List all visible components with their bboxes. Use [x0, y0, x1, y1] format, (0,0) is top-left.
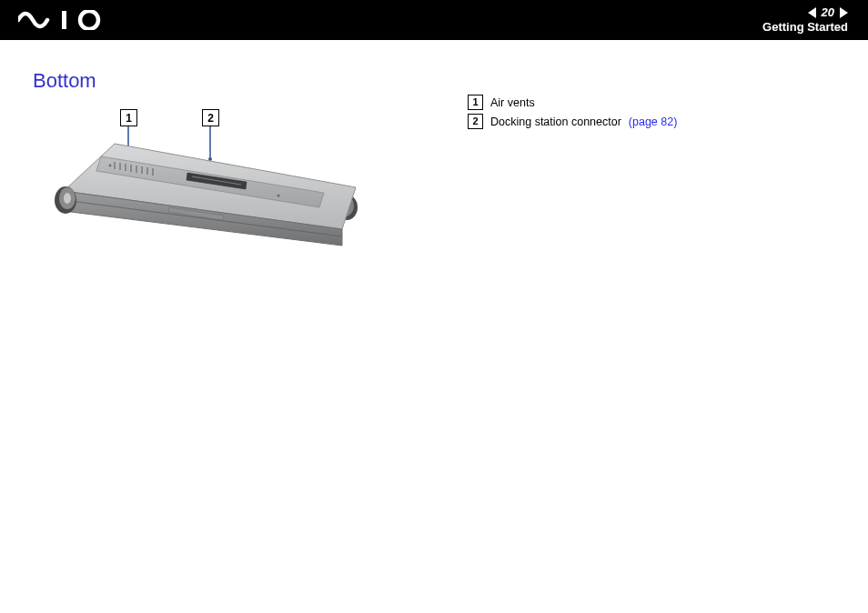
- illustration: 1 2: [51, 109, 378, 257]
- legend-item: 2 Docking station connector (page 82): [468, 114, 868, 129]
- page: 20 Getting Started Bottom 1 2: [0, 0, 868, 613]
- svg-point-26: [109, 165, 112, 167]
- callout-1: 1: [120, 109, 137, 126]
- prev-page-arrow-icon[interactable]: [808, 7, 816, 18]
- next-page-arrow-icon[interactable]: [840, 7, 848, 18]
- legend-text: Air vents: [490, 96, 535, 109]
- legend-text: Docking station connector: [490, 116, 621, 128]
- svg-point-25: [277, 194, 279, 196]
- legend-number: 1: [468, 95, 483, 110]
- vaio-logo: [18, 10, 116, 30]
- legend-list: 1 Air vents 2 Docking station connector …: [460, 95, 868, 129]
- section-heading: Bottom: [33, 69, 460, 93]
- legend-item: 1 Air vents: [468, 95, 868, 110]
- page-body: Bottom 1 2: [0, 40, 868, 257]
- header-right: 20 Getting Started: [762, 5, 848, 35]
- left-column: Bottom 1 2: [0, 69, 460, 257]
- svg-point-1: [80, 11, 98, 29]
- svg-point-13: [64, 193, 71, 204]
- right-column: 1 Air vents 2 Docking station connector …: [460, 69, 868, 257]
- page-navigator: 20: [762, 5, 848, 20]
- legend-number: 2: [468, 114, 483, 129]
- callout-2: 2: [202, 109, 219, 126]
- vaio-logo-svg: [18, 10, 116, 30]
- page-header: 20 Getting Started: [0, 0, 868, 40]
- page-number: 20: [822, 5, 834, 20]
- laptop-bottom-illustration: [51, 109, 378, 255]
- page-reference-link[interactable]: (page 82): [629, 116, 678, 128]
- section-title: Getting Started: [762, 20, 848, 35]
- svg-rect-0: [62, 11, 66, 29]
